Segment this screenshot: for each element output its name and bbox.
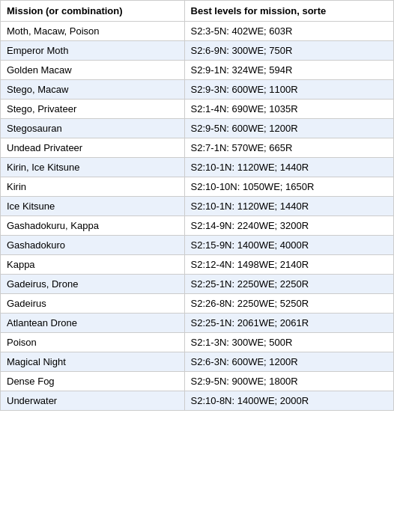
level-cell: S2:26-8N: 2250WE; 5250R [184,294,393,314]
mission-cell: Underwater [1,391,185,411]
level-cell: S2:9-3N: 600WE; 1100R [184,80,393,100]
mission-cell: Stego, Privateer [1,100,185,119]
level-cell: S2:6-3N: 600WE; 1200R [184,352,393,372]
level-cell: S2:12-4N: 1498WE; 2140R [184,255,393,275]
level-cell: S2:10-1N: 1120WE; 1440R [184,158,393,177]
mission-cell: Emperor Moth [1,41,185,61]
level-cell: S2:9-5N: 600WE; 1200R [184,119,393,138]
table-row: Undead PrivateerS2:7-1N: 570WE; 665R [1,138,394,158]
table-row: KappaS2:12-4N: 1498WE; 2140R [1,255,394,275]
level-cell: S2:10-10N: 1050WE; 1650R [184,177,393,197]
mission-cell: Gashadokuro [1,236,185,255]
mission-cell: Kirin [1,177,185,197]
table-row: Dense FogS2:9-5N: 900WE; 1800R [1,372,394,391]
table-row: Moth, Macaw, PoisonS2:3-5N: 402WE; 603R [1,22,394,41]
table-row: Stego, MacawS2:9-3N: 600WE; 1100R [1,80,394,100]
table-row: Kirin, Ice KitsuneS2:10-1N: 1120WE; 1440… [1,158,394,177]
mission-cell: Undead Privateer [1,138,185,158]
mission-cell: Gadeirus [1,294,185,314]
mission-cell: Kirin, Ice Kitsune [1,158,185,177]
mission-cell: Gadeirus, Drone [1,275,185,294]
mission-cell: Golden Macaw [1,61,185,80]
mission-cell: Ice Kitsune [1,197,185,216]
table-row: Atlantean DroneS2:25-1N: 2061WE; 2061R [1,314,394,333]
level-cell: S2:10-1N: 1120WE; 1440R [184,197,393,216]
level-cell: S2:15-9N: 1400WE; 4000R [184,236,393,255]
table-row: GadeirusS2:26-8N: 2250WE; 5250R [1,294,394,314]
level-cell: S2:10-8N: 1400WE; 2000R [184,391,393,411]
table-row: Golden MacawS2:9-1N: 324WE; 594R [1,61,394,80]
table-row: Magical NightS2:6-3N: 600WE; 1200R [1,352,394,372]
mission-cell: Stegosauran [1,119,185,138]
table-row: PoisonS2:1-3N: 300WE; 500R [1,333,394,352]
table-row: KirinS2:10-10N: 1050WE; 1650R [1,177,394,197]
level-cell: S2:3-5N: 402WE; 603R [184,22,393,41]
table-row: StegosauranS2:9-5N: 600WE; 1200R [1,119,394,138]
mission-cell: Gashadokuru, Kappa [1,216,185,236]
mission-cell: Dense Fog [1,372,185,391]
table-row: GashadokuroS2:15-9N: 1400WE; 4000R [1,236,394,255]
table-row: Emperor MothS2:6-9N: 300WE; 750R [1,41,394,61]
table-row: Gadeirus, DroneS2:25-1N: 2250WE; 2250R [1,275,394,294]
mission-cell: Stego, Macaw [1,80,185,100]
header-level: Best levels for mission, sorte [184,1,393,22]
table-row: Gashadokuru, KappaS2:14-9N: 2240WE; 3200… [1,216,394,236]
table-row: Ice KitsuneS2:10-1N: 1120WE; 1440R [1,197,394,216]
table-row: Stego, PrivateerS2:1-4N: 690WE; 1035R [1,100,394,119]
mission-cell: Moth, Macaw, Poison [1,22,185,41]
mission-cell: Poison [1,333,185,352]
level-cell: S2:1-3N: 300WE; 500R [184,333,393,352]
level-cell: S2:25-1N: 2250WE; 2250R [184,275,393,294]
mission-cell: Magical Night [1,352,185,372]
mission-cell: Kappa [1,255,185,275]
level-cell: S2:9-1N: 324WE; 594R [184,61,393,80]
level-cell: S2:25-1N: 2061WE; 2061R [184,314,393,333]
level-cell: S2:1-4N: 690WE; 1035R [184,100,393,119]
mission-cell: Atlantean Drone [1,314,185,333]
level-cell: S2:6-9N: 300WE; 750R [184,41,393,61]
missions-table: Mission (or combination) Best levels for… [0,0,394,411]
level-cell: S2:14-9N: 2240WE; 3200R [184,216,393,236]
level-cell: S2:7-1N: 570WE; 665R [184,138,393,158]
header-mission: Mission (or combination) [1,1,185,22]
level-cell: S2:9-5N: 900WE; 1800R [184,372,393,391]
table-row: UnderwaterS2:10-8N: 1400WE; 2000R [1,391,394,411]
